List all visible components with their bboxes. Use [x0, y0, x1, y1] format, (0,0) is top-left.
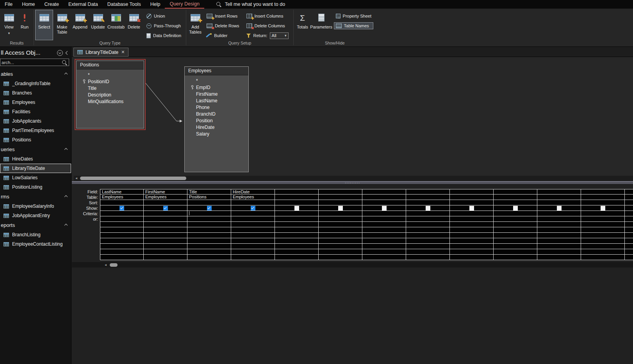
grid-cell-sort-col3[interactable]	[231, 200, 275, 205]
nav-group-ueries[interactable]: ueries	[0, 145, 71, 154]
union-button[interactable]: Union	[144, 12, 183, 20]
sidebar-item-librarytitledate[interactable]: LibraryTitleDate	[0, 164, 71, 173]
view-button[interactable]: View ▾	[1, 10, 17, 40]
grid-cell-show-col11[interactable]	[581, 205, 625, 211]
grid-cell-extra-8-col6[interactable]	[362, 233, 406, 238]
canvas-horizontal-scrollbar[interactable]: ◄	[74, 176, 633, 181]
grid-cell-extra-11-col0[interactable]	[100, 249, 144, 255]
grid-cell-extra-12-col9[interactable]	[494, 255, 537, 260]
grid-cell-extra-6-col4[interactable]	[275, 222, 319, 227]
grid-cell-field-col12[interactable]	[625, 189, 633, 194]
menu-item-database-tools[interactable]: Database Tools	[103, 0, 146, 9]
update-button[interactable]: ✎ Update	[89, 10, 107, 40]
grid-cell-extra-7-col8[interactable]	[450, 227, 494, 233]
query-design-canvas[interactable]: Positions*PositionIDTitleDescriptionMinQ…	[72, 57, 633, 181]
grid-cell-table-col7[interactable]	[406, 194, 450, 200]
grid-cell-or-col9[interactable]	[494, 216, 537, 222]
grid-cell-extra-7-col2[interactable]	[187, 227, 231, 233]
grid-cell-extra-7-col5[interactable]	[319, 227, 362, 233]
nav-group-rms[interactable]: rms	[0, 192, 71, 202]
nav-group-ables[interactable]: ables	[0, 69, 71, 79]
grid-cell-or-col3[interactable]	[231, 216, 275, 222]
grid-cell-extra-7-col11[interactable]	[581, 227, 625, 233]
show-checkbox-col7[interactable]	[426, 206, 430, 211]
grid-cell-extra-11-col5[interactable]	[319, 249, 362, 255]
show-checkbox-col0[interactable]	[119, 206, 124, 211]
grid-cell-extra-8-col12[interactable]	[625, 233, 633, 238]
menu-item-create[interactable]: Create	[40, 0, 64, 9]
grid-cell-or-col5[interactable]	[319, 216, 362, 222]
grid-cell-extra-6-col10[interactable]	[537, 222, 581, 227]
grid-cell-extra-8-col9[interactable]	[494, 233, 537, 238]
grid-cell-extra-6-col8[interactable]	[450, 222, 494, 227]
sidebar-item-jobapplicants[interactable]: JobApplicants	[0, 116, 71, 126]
grid-cell-extra-12-col11[interactable]	[581, 255, 625, 260]
grid-cell-extra-11-col10[interactable]	[537, 249, 581, 255]
show-checkbox-col1[interactable]	[163, 206, 168, 211]
grid-cell-table-col1[interactable]: Employees	[144, 194, 187, 200]
grid-cell-show-col9[interactable]	[494, 205, 537, 211]
grid-cell-extra-12-col10[interactable]	[537, 255, 581, 260]
grid-cell-extra-6-col12[interactable]	[625, 222, 633, 227]
join-line[interactable]	[72, 57, 633, 176]
tab-close-icon[interactable]: ✕	[121, 50, 125, 55]
grid-cell-field-col8[interactable]	[450, 189, 494, 194]
grid-cell-extra-6-col5[interactable]	[319, 222, 362, 227]
grid-cell-extra-10-col8[interactable]	[450, 244, 494, 249]
grid-cell-extra-7-col1[interactable]	[144, 227, 187, 233]
grid-cell-extra-10-col11[interactable]	[581, 244, 625, 249]
make-table-button[interactable]: ✚ Make Table	[53, 10, 71, 40]
grid-cell-criteria-col5[interactable]	[319, 211, 362, 216]
grid-cell-show-col5[interactable]	[319, 205, 362, 211]
grid-cell-criteria-col3[interactable]	[231, 211, 275, 216]
grid-cell-extra-12-col1[interactable]	[144, 255, 187, 260]
grid-cell-field-col11[interactable]	[581, 189, 625, 194]
sidebar-item-employeecontactlisting[interactable]: EmployeeContactListing	[0, 239, 71, 249]
grid-cell-extra-10-col4[interactable]	[275, 244, 319, 249]
grid-cell-extra-11-col7[interactable]	[406, 249, 450, 255]
grid-cell-table-col12[interactable]	[625, 194, 633, 200]
grid-cell-extra-10-col7[interactable]	[406, 244, 450, 249]
grid-cell-extra-6-col3[interactable]	[231, 222, 275, 227]
pane-splitter[interactable]	[72, 181, 633, 184]
grid-cell-extra-11-col11[interactable]	[581, 249, 625, 255]
grid-cell-sort-col1[interactable]	[144, 200, 187, 205]
field-position[interactable]: Position	[185, 117, 248, 124]
grid-cell-table-col3[interactable]: Employees	[231, 194, 275, 200]
show-checkbox-col2[interactable]	[207, 206, 212, 211]
delete-columns-button[interactable]: ✖ Delete Columns	[244, 22, 291, 29]
grid-cell-criteria-col1[interactable]	[144, 211, 187, 216]
grid-cell-extra-9-col2[interactable]	[187, 238, 231, 244]
grid-cell-criteria-col8[interactable]	[450, 211, 494, 216]
grid-cell-field-col6[interactable]	[362, 189, 406, 194]
grid-cell-or-col2[interactable]	[187, 216, 231, 222]
grid-cell-extra-8-col5[interactable]	[319, 233, 362, 238]
grid-cell-extra-11-col9[interactable]	[494, 249, 537, 255]
grid-cell-field-col9[interactable]	[494, 189, 537, 194]
field-firstname[interactable]: FirstName	[185, 91, 248, 97]
grid-cell-table-col0[interactable]: Employees	[100, 194, 144, 200]
field-minqualifications[interactable]: MinQualifications	[77, 98, 144, 105]
field-hiredate[interactable]: HireDate	[185, 124, 248, 130]
grid-cell-extra-10-col5[interactable]	[319, 244, 362, 249]
grid-cell-extra-11-col1[interactable]	[144, 249, 187, 255]
grid-cell-show-col12[interactable]	[625, 205, 633, 211]
grid-cell-sort-col6[interactable]	[362, 200, 406, 205]
sidebar-item-branchlisting[interactable]: BranchListing	[0, 230, 71, 239]
grid-cell-extra-10-col3[interactable]	[231, 244, 275, 249]
run-button[interactable]: Run	[17, 10, 32, 40]
grid-cell-extra-8-col4[interactable]	[275, 233, 319, 238]
grid-cell-field-col3[interactable]: HireDate	[231, 189, 275, 194]
grid-cell-extra-10-col9[interactable]	[494, 244, 537, 249]
pass-through-button[interactable]: Pass-Through	[144, 22, 183, 29]
add-tables-button[interactable]: ✚ Add Tables	[187, 10, 203, 40]
grid-cell-extra-7-col0[interactable]	[100, 227, 144, 233]
grid-cell-field-col4[interactable]	[275, 189, 319, 194]
delete-rows-button[interactable]: ✖ Delete Rows	[205, 22, 241, 29]
grid-cell-extra-8-col8[interactable]	[450, 233, 494, 238]
sidebar-item-facilities[interactable]: Facilities	[0, 107, 71, 116]
grid-cell-or-col7[interactable]	[406, 216, 450, 222]
grid-cell-table-col9[interactable]	[494, 194, 537, 200]
grid-cell-table-col5[interactable]	[319, 194, 362, 200]
menu-item-file[interactable]: File	[0, 0, 17, 9]
